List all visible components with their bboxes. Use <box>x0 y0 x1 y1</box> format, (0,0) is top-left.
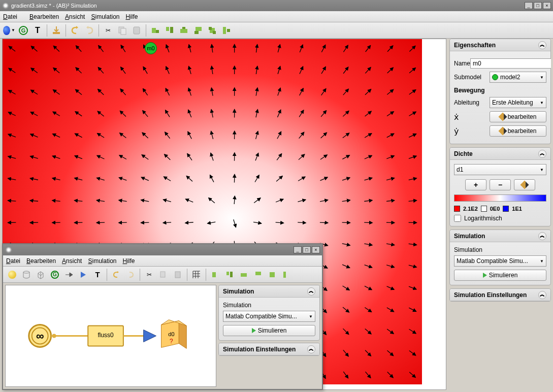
svg-rect-10 <box>196 27 202 31</box>
collapse-button[interactable]: ︽ <box>538 291 546 299</box>
tool-arrow[interactable] <box>62 268 76 281</box>
tool-align-d[interactable] <box>251 268 265 281</box>
menu-ansicht[interactable]: Ansicht <box>62 257 82 265</box>
scissors-icon: ✂ <box>147 271 152 278</box>
dichte-plus-button[interactable]: + <box>465 179 486 190</box>
app-icon <box>5 246 12 253</box>
xdot-edit-button[interactable]: bearbeiten <box>490 111 546 122</box>
tool-cube[interactable] <box>34 268 47 281</box>
svg-rect-8 <box>180 29 187 33</box>
child-menubar: Datei Bearbeiten Ansicht Simulation Hilf… <box>3 255 322 267</box>
text-icon: T <box>35 26 40 35</box>
tool-g[interactable]: G <box>48 268 61 281</box>
pencil-icon <box>498 113 507 121</box>
tool-save[interactable] <box>50 24 63 37</box>
menu-bearbeiten[interactable]: Bearbeiten <box>26 257 56 265</box>
tool-redo[interactable] <box>124 268 137 281</box>
app-icon <box>2 2 9 9</box>
ableitung-select[interactable]: Erste Ableitung <box>490 97 546 108</box>
blue-swatch <box>503 206 509 212</box>
tool-align-4[interactable] <box>191 24 205 37</box>
tool-paste[interactable] <box>130 24 143 37</box>
sim-engine-select[interactable]: Matlab Compatible Simu... <box>454 255 546 267</box>
g-icon: G <box>19 26 28 35</box>
svg-rect-2 <box>121 28 126 35</box>
panel-title: Simulation <box>454 233 485 240</box>
svg-text:∞: ∞ <box>36 330 44 342</box>
dichte-select[interactable]: d1 <box>454 164 546 175</box>
child-window[interactable]: _ □ × Datei Bearbeiten Ansicht Simulatio… <box>2 243 323 390</box>
tool-align-6[interactable] <box>220 24 233 37</box>
tool-circle-yellow[interactable] <box>6 268 19 281</box>
tool-redo[interactable] <box>83 24 96 37</box>
menu-simulation[interactable]: Simulation <box>88 257 116 265</box>
tool-align-b[interactable] <box>223 268 236 281</box>
gradient-bar <box>454 194 546 202</box>
tool-copy[interactable] <box>157 268 170 281</box>
tool-align-c[interactable] <box>237 268 250 281</box>
label-bewegung: Bewegung <box>454 87 546 94</box>
tool-text[interactable]: T <box>31 24 44 37</box>
ydot-edit-button[interactable]: bearbeiten <box>490 125 546 137</box>
collapse-button[interactable]: ︽ <box>307 287 315 296</box>
tool-align-e[interactable] <box>266 268 279 281</box>
collapse-button[interactable]: ︽ <box>538 150 546 158</box>
panel-simulation: Simulation ︽ Simulation Matlab Compatibl… <box>449 230 551 285</box>
collapse-button[interactable]: ︽ <box>307 345 315 353</box>
run-sim-button[interactable]: Simulieren <box>454 270 546 281</box>
flow-canvas[interactable]: ∞ fluss0 d0 ? <box>5 285 216 387</box>
tool-align-f[interactable] <box>280 268 293 281</box>
tool-align-a[interactable] <box>209 268 222 281</box>
menu-simulation[interactable]: Simulation <box>91 13 119 20</box>
run-sim-button[interactable]: Simulieren <box>223 325 315 336</box>
svg-text:fluss0: fluss0 <box>97 332 114 339</box>
panel-dichte: Dichte ︽ d1 + − 2.1E2 0E0 <box>449 147 551 226</box>
tool-play-blue[interactable] <box>77 268 90 281</box>
dichte-minus-button[interactable]: − <box>490 179 511 190</box>
panel-title: Simulation <box>223 288 254 295</box>
grid-icon <box>192 270 201 279</box>
collapse-button[interactable]: ︽ <box>538 232 546 240</box>
child-minimize-button[interactable]: _ <box>294 246 302 253</box>
child-maximize-button[interactable]: □ <box>303 246 311 253</box>
menu-hilfe[interactable]: Hilfe <box>126 13 138 20</box>
tool-text[interactable]: T <box>91 268 104 281</box>
menu-hilfe[interactable]: Hilfe <box>123 257 135 265</box>
tool-cut[interactable]: ✂ <box>102 24 115 37</box>
maximize-button[interactable]: □ <box>534 2 542 9</box>
tool-undo[interactable] <box>110 268 123 281</box>
dichte-edit-button[interactable] <box>514 179 535 190</box>
menu-datei[interactable]: Datei <box>3 13 23 20</box>
white-swatch <box>481 206 487 212</box>
tool-grid[interactable] <box>190 268 203 281</box>
tool-align-2[interactable] <box>163 24 176 37</box>
paste-icon <box>132 26 141 35</box>
sim-engine-select[interactable]: Matlab Compatible Simu... <box>223 311 315 322</box>
panel-title: Eigenschaften <box>454 42 496 49</box>
close-button[interactable]: × <box>543 2 551 9</box>
cylinder-icon <box>22 270 31 279</box>
child-close-button[interactable]: × <box>312 246 320 253</box>
menu-ansicht[interactable]: Ansicht <box>65 13 85 20</box>
tool-g[interactable]: G <box>17 24 30 37</box>
menu-bearbeiten[interactable]: Bearbeiten <box>29 13 59 20</box>
text-icon: T <box>95 270 100 279</box>
tool-circle-blue[interactable]: ▼ <box>3 24 16 37</box>
tool-cylinder[interactable] <box>20 268 33 281</box>
tool-align-5[interactable] <box>206 24 219 37</box>
collapse-button[interactable]: ︽ <box>538 41 546 49</box>
tool-paste[interactable] <box>171 268 184 281</box>
minimize-button[interactable]: _ <box>525 2 533 9</box>
tool-copy[interactable] <box>116 24 129 37</box>
tool-align-3[interactable] <box>177 24 190 37</box>
submodel-select[interactable]: model2 <box>490 72 546 83</box>
svg-rect-13 <box>209 27 212 30</box>
tool-align-1[interactable] <box>149 24 162 37</box>
m0-node[interactable]: m0 <box>145 42 157 54</box>
menu-datei[interactable]: Datei <box>6 257 20 265</box>
tool-cut[interactable]: ✂ <box>143 268 156 281</box>
log-checkbox[interactable] <box>454 215 461 222</box>
align-icon <box>225 271 234 279</box>
tool-undo[interactable] <box>69 24 82 37</box>
name-input[interactable] <box>470 58 551 69</box>
